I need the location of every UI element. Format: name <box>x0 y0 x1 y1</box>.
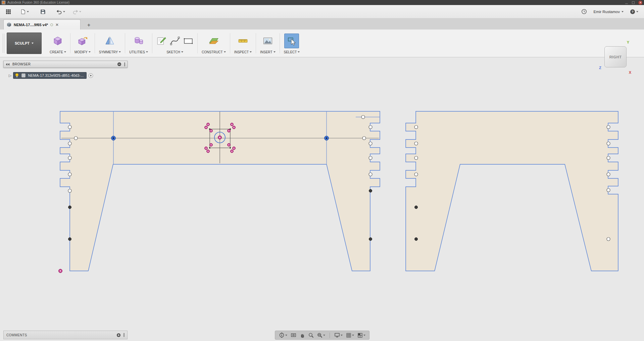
viewports-button[interactable] <box>357 332 366 339</box>
viewcube-face[interactable]: RIGHT <box>604 46 627 67</box>
panel-grip[interactable] <box>123 333 125 337</box>
inspect-icon[interactable] <box>238 36 248 46</box>
svg-text:?: ? <box>632 10 634 13</box>
sketch-point-white[interactable] <box>74 136 78 140</box>
look-at-button[interactable] <box>290 332 297 338</box>
display-settings-button[interactable] <box>334 332 343 338</box>
constraint-marker-dot <box>232 124 233 125</box>
expand-comments-icon[interactable] <box>116 333 121 337</box>
sketch-point-white[interactable] <box>361 115 365 119</box>
symmetry-label: SYMMETRY <box>99 50 118 54</box>
zoom-window-button[interactable] <box>316 332 326 339</box>
sketch-point-white[interactable] <box>369 142 372 145</box>
pan-button[interactable] <box>299 332 306 339</box>
ribbon-group-inspect[interactable]: INSPECT <box>230 30 256 57</box>
help-button[interactable]: ? <box>628 8 640 16</box>
expand-arrow-icon[interactable]: ▷ <box>9 73 11 78</box>
sketch-point-white[interactable] <box>369 125 372 129</box>
save-button[interactable] <box>39 8 47 16</box>
sketch-viewport[interactable] <box>0 57 644 341</box>
collapse-all-icon[interactable] <box>117 62 121 66</box>
zoom-window-icon <box>317 333 323 338</box>
insert-icon[interactable] <box>263 36 273 46</box>
sketch-point-white[interactable] <box>369 156 372 160</box>
sketch-point-dark[interactable] <box>369 238 372 241</box>
construct-icon[interactable] <box>209 36 219 46</box>
symmetry-icon[interactable] <box>105 36 115 46</box>
sketch-point-corner[interactable] <box>209 147 210 149</box>
sketch-point-white[interactable] <box>414 156 418 160</box>
browser-header[interactable]: BROWSER <box>3 61 128 68</box>
minimize-icon[interactable] <box>625 1 628 4</box>
model-canvas[interactable] <box>0 57 644 341</box>
viewcube[interactable]: Y RIGHT Z X <box>599 40 634 74</box>
right-plate[interactable] <box>406 111 618 271</box>
help-icon: ? <box>630 9 635 14</box>
toolbar-ribbon: SCULPT CREATE <box>0 30 644 57</box>
ribbon-group-insert[interactable]: INSERT <box>256 30 280 57</box>
orbit-button[interactable] <box>278 332 288 339</box>
document-tab[interactable]: NEMA-17....9f65 v4* ✕ <box>3 19 81 30</box>
browser-title: BROWSER <box>12 62 114 66</box>
redo-button[interactable] <box>71 8 83 16</box>
ribbon-group-construct[interactable]: CONSTRUCT <box>198 30 230 57</box>
sketch-point-white[interactable] <box>68 125 71 129</box>
sketch-point-dark[interactable] <box>68 238 71 241</box>
grid-settings-button[interactable] <box>345 332 355 339</box>
comments-panel[interactable]: COMMENTS <box>3 331 128 339</box>
ribbon-group-select[interactable]: SELECT <box>280 30 304 57</box>
ribbon-group-create[interactable]: CREATE <box>46 30 70 57</box>
activate-component-icon[interactable] <box>88 73 93 78</box>
sketch-point-white[interactable] <box>607 237 610 241</box>
new-tab-button[interactable]: + <box>85 22 92 28</box>
app-grid-button[interactable] <box>4 8 13 16</box>
sketch-point-white[interactable] <box>68 173 71 176</box>
select-icon[interactable] <box>284 34 299 48</box>
sketch-point-white[interactable] <box>607 142 610 145</box>
sketch-point-white[interactable] <box>369 173 372 176</box>
browser-component-row[interactable]: ▷ NEMA-17.312e5f25-d851-40d3-... <box>3 72 128 79</box>
sketch-point-white[interactable] <box>68 156 71 160</box>
sketch-point-dark[interactable] <box>415 206 418 209</box>
ribbon-group-modify[interactable]: MODIFY <box>70 30 95 57</box>
sketch-point-white[interactable] <box>362 136 366 140</box>
close-icon[interactable] <box>638 1 642 5</box>
undo-button[interactable] <box>55 8 67 16</box>
sketch-point-white[interactable] <box>414 142 418 145</box>
sketch-point-white[interactable] <box>607 173 610 176</box>
sketch-point-white[interactable] <box>607 125 610 129</box>
utilities-icon[interactable] <box>134 36 144 46</box>
notifications-button[interactable] <box>580 7 589 16</box>
sketch-point-dark[interactable] <box>415 238 418 241</box>
tab-close-icon[interactable]: ✕ <box>55 23 59 27</box>
collapse-panel-icon[interactable] <box>6 63 10 66</box>
sketch-point-white[interactable] <box>68 142 71 145</box>
zoom-button[interactable] <box>308 332 314 339</box>
application-toolbar: Emir Rustamov ? <box>0 5 644 18</box>
create-icon[interactable] <box>53 36 63 46</box>
component-chip[interactable]: NEMA-17.312e5f25-d851-40d3-... <box>13 72 87 79</box>
sketch-point-white[interactable] <box>414 125 418 129</box>
ribbon-group-utilities[interactable]: UTILITIES <box>125 30 152 57</box>
sketch-point-white[interactable] <box>414 173 418 176</box>
rectangle-tool-icon[interactable] <box>183 36 193 46</box>
sketch-point-dark[interactable] <box>369 189 372 192</box>
spline-icon[interactable] <box>170 36 180 46</box>
sketch-point-dark[interactable] <box>68 206 71 209</box>
sketch-point-white[interactable] <box>607 156 610 160</box>
ribbon-group-symmetry[interactable]: SYMMETRY <box>95 30 125 57</box>
modify-icon[interactable] <box>78 36 88 46</box>
sketch-point-white[interactable] <box>607 188 610 192</box>
maximize-icon[interactable] <box>632 1 635 4</box>
ribbon-grip[interactable] <box>3 34 4 53</box>
file-icon <box>20 9 26 14</box>
create-sketch-icon[interactable] <box>156 36 166 46</box>
file-menu-button[interactable] <box>19 8 31 16</box>
sketch-point-dot <box>60 270 61 272</box>
sketch-point-corner[interactable] <box>230 147 231 149</box>
panel-grip[interactable] <box>124 62 125 66</box>
visibility-bulb-icon[interactable] <box>15 73 19 78</box>
workspace-switcher[interactable]: SCULPT <box>7 33 42 54</box>
sketch-point-white[interactable] <box>68 189 71 192</box>
user-account-button[interactable]: Emir Rustamov <box>593 10 624 14</box>
